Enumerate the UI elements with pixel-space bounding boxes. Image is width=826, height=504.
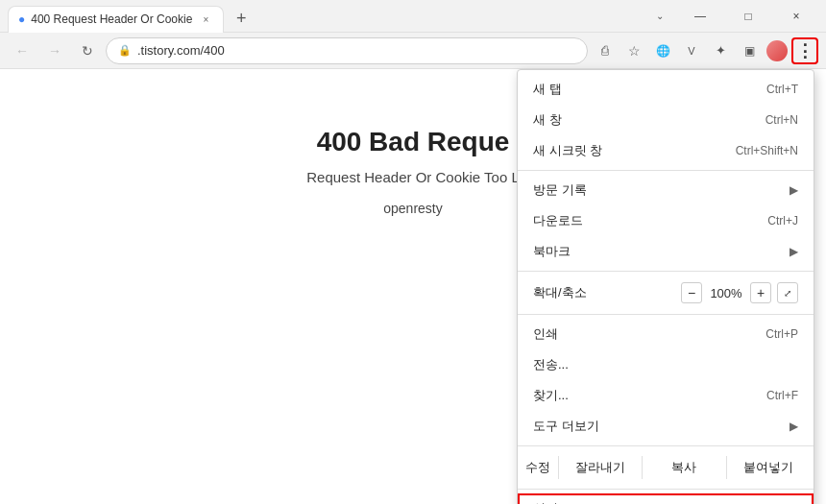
zoom-controls: − 100% + ⤢ bbox=[681, 282, 798, 303]
edit-label: 수정 bbox=[525, 459, 550, 476]
sidebar-button[interactable]: ▣ bbox=[736, 37, 763, 64]
extensions-button[interactable]: ✦ bbox=[707, 37, 734, 64]
copy-button[interactable]: 복사 bbox=[646, 454, 721, 481]
menu-item-find[interactable]: 찾기... Ctrl+F bbox=[518, 380, 814, 411]
profile-button[interactable]: V bbox=[678, 37, 705, 64]
context-menu: 새 탭 Ctrl+T 새 창 Ctrl+N 새 시크릿 창 Ctrl+Shift… bbox=[517, 69, 814, 504]
edit-row: 수정 잘라내기 복사 붙여넣기 bbox=[518, 450, 814, 485]
divider-2 bbox=[518, 271, 814, 272]
bookmark-button[interactable]: ☆ bbox=[620, 37, 647, 64]
tab-search-button[interactable]: ⌄ bbox=[645, 3, 674, 30]
zoom-fullscreen-button[interactable]: ⤢ bbox=[777, 282, 798, 303]
share-button[interactable]: ⎙ bbox=[592, 37, 619, 64]
menu-item-zoom: 확대/축소 − 100% + ⤢ bbox=[518, 276, 814, 310]
title-bar: ● 400 Request Header Or Cookie × + ⌄ — □… bbox=[0, 0, 826, 33]
tab-strip: ● 400 Request Header Or Cookie × + bbox=[8, 0, 255, 33]
menu-item-settings[interactable]: 설정 bbox=[518, 493, 814, 504]
more-menu-button[interactable]: ⋮ bbox=[791, 37, 818, 64]
lock-icon: 🔒 bbox=[118, 44, 132, 57]
back-button[interactable]: ← bbox=[8, 36, 36, 65]
divider-5 bbox=[518, 489, 814, 490]
divider-1 bbox=[518, 170, 814, 171]
active-tab[interactable]: ● 400 Request Header Or Cookie × bbox=[8, 6, 224, 33]
paste-button[interactable]: 붙여넣기 bbox=[731, 454, 806, 481]
maximize-button[interactable]: □ bbox=[726, 0, 770, 33]
tab-title: 400 Request Header Or Cookie bbox=[31, 12, 192, 26]
sidebar-icon: ▣ bbox=[744, 44, 755, 58]
address-bar: ← → ↻ 🔒 .tistory.com/400 ⎙ ☆ 🌐 V ✦ ▣ ⋮ bbox=[0, 33, 826, 69]
menu-item-downloads[interactable]: 다운로드 Ctrl+J bbox=[518, 205, 814, 236]
menu-item-print[interactable]: 인쇄 Ctrl+P bbox=[518, 319, 814, 349]
menu-item-bookmarks[interactable]: 북마크 ▶ bbox=[518, 236, 814, 267]
reload-button[interactable]: ↻ bbox=[73, 36, 102, 65]
url-bar[interactable]: 🔒 .tistory.com/400 bbox=[106, 37, 588, 64]
new-tab-button[interactable]: + bbox=[228, 6, 255, 33]
forward-button[interactable]: → bbox=[40, 36, 69, 65]
menu-item-new-window[interactable]: 새 창 Ctrl+N bbox=[518, 105, 814, 135]
zoom-value: 100% bbox=[708, 286, 744, 300]
url-text: .tistory.com/400 bbox=[137, 43, 225, 58]
cut-button[interactable]: 잘라내기 bbox=[563, 454, 638, 481]
divider-3 bbox=[518, 314, 814, 315]
tab-close-button[interactable]: × bbox=[198, 12, 213, 27]
close-button[interactable]: × bbox=[774, 0, 818, 33]
menu-item-cast[interactable]: 전송... bbox=[518, 349, 814, 380]
divider-4 bbox=[518, 445, 814, 446]
profile-avatar[interactable] bbox=[766, 40, 788, 61]
zoom-out-button[interactable]: − bbox=[681, 282, 702, 303]
tab-favicon: ● bbox=[18, 12, 25, 26]
minimize-button[interactable]: — bbox=[678, 0, 722, 33]
menu-item-new-incognito[interactable]: 새 시크릿 창 Ctrl+Shift+N bbox=[518, 135, 814, 166]
window-controls: ⌄ — □ × bbox=[645, 0, 818, 33]
menu-item-history[interactable]: 방문 기록 ▶ bbox=[518, 175, 814, 205]
menu-item-new-tab[interactable]: 새 탭 Ctrl+T bbox=[518, 74, 814, 105]
address-actions: ⎙ ☆ 🌐 V ✦ ▣ ⋮ bbox=[592, 37, 818, 64]
zoom-in-button[interactable]: + bbox=[750, 282, 771, 303]
globe-button[interactable]: 🌐 bbox=[649, 37, 676, 64]
menu-item-more-tools[interactable]: 도구 더보기 ▶ bbox=[518, 411, 814, 442]
